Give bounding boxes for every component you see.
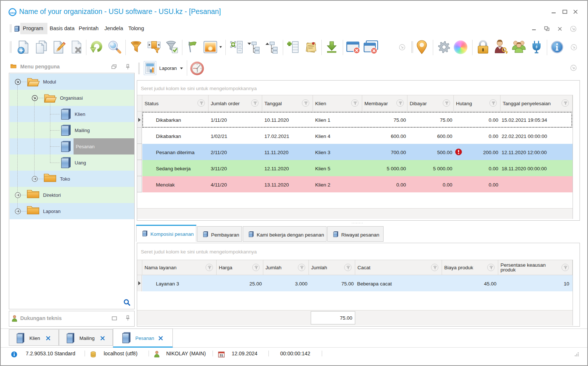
svg-text:31: 31 [220, 353, 223, 357]
svg-text:usu: usu [10, 11, 15, 14]
